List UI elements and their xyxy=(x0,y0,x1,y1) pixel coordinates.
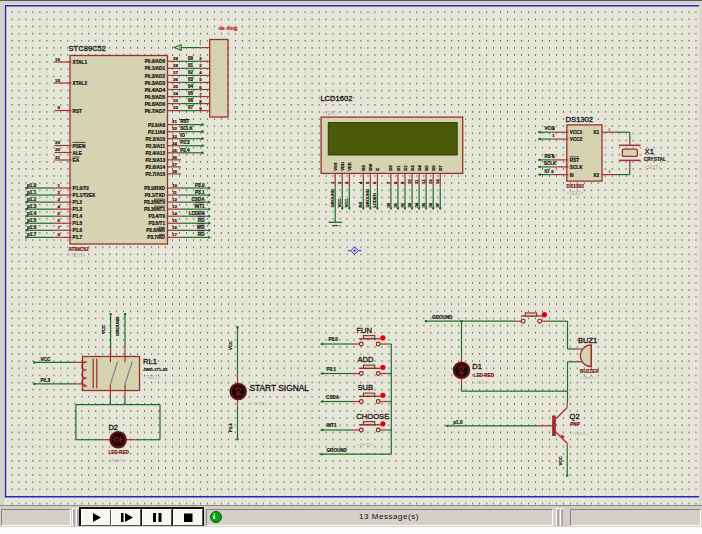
svg-text:19: 19 xyxy=(55,57,60,62)
svg-text:RS: RS xyxy=(358,201,363,207)
svg-text:VEE: VEE xyxy=(347,162,352,171)
svg-text:13: 13 xyxy=(172,204,177,209)
svg-text:P1.5: P1.5 xyxy=(73,221,83,226)
svg-text:D3: D3 xyxy=(410,165,415,171)
svg-text:03: 03 xyxy=(188,77,194,82)
svg-text:LCD1602: LCD1602 xyxy=(320,94,352,103)
svg-text:ALE: ALE xyxy=(73,151,82,156)
svg-text:p1.7: p1.7 xyxy=(27,232,37,237)
svg-text:P0.4/AD4: P0.4/AD4 xyxy=(145,88,166,93)
svg-text:P2.2/A10: P2.2/A10 xyxy=(145,137,165,142)
svg-text:05: 05 xyxy=(188,91,194,96)
svg-text:01: 01 xyxy=(393,202,398,207)
svg-text:RL1: RL1 xyxy=(143,357,157,366)
svg-text:X1: X1 xyxy=(593,130,599,135)
svg-text:P2.7/A15: P2.7/A15 xyxy=(145,172,165,177)
svg-text:P3.7/RD: P3.7/RD xyxy=(147,235,165,240)
svg-text:P3.4/T0: P3.4/T0 xyxy=(149,214,166,219)
svg-text:P3.5/T1: P3.5/T1 xyxy=(149,221,166,226)
svg-text:32: 32 xyxy=(173,105,178,110)
svg-text:RST: RST xyxy=(73,109,83,114)
svg-text:EA: EA xyxy=(73,158,80,163)
svg-text:P2.3: P2.3 xyxy=(180,140,190,145)
svg-text:37: 37 xyxy=(173,70,178,75)
svg-text:P0.3/AD3: P0.3/AD3 xyxy=(145,81,166,86)
svg-text:36: 36 xyxy=(173,77,178,82)
svg-text:10: 10 xyxy=(172,183,177,188)
svg-text:39: 39 xyxy=(173,56,178,61)
svg-text:P1.6: P1.6 xyxy=(73,228,83,233)
svg-text:12: 12 xyxy=(421,179,426,184)
svg-text:RST: RST xyxy=(180,119,189,124)
svg-text:p1.3: p1.3 xyxy=(27,204,37,209)
svg-text:VCC: VCC xyxy=(344,199,349,208)
svg-text:STC89C52: STC89C52 xyxy=(69,44,107,53)
svg-text:SUB: SUB xyxy=(357,383,373,392)
svg-text:14: 14 xyxy=(435,179,440,184)
svg-text:<TEXT>: <TEXT> xyxy=(109,458,126,463)
svg-text:VCC: VCC xyxy=(40,357,51,362)
svg-text:P3.1: P3.1 xyxy=(195,190,205,195)
svg-text:D4: D4 xyxy=(417,165,422,171)
svg-text:RW: RW xyxy=(368,164,373,171)
svg-text:07: 07 xyxy=(435,202,440,207)
svg-text:GROUND: GROUND xyxy=(327,448,348,453)
svg-text:P1.7: P1.7 xyxy=(73,235,83,240)
svg-text:10: 10 xyxy=(407,179,412,184)
svg-text:25: 25 xyxy=(172,148,177,153)
svg-text:VCC2: VCC2 xyxy=(570,137,583,142)
svg-text:35: 35 xyxy=(173,84,178,89)
svg-text:14: 14 xyxy=(172,211,177,216)
svg-text:P3.1: P3.1 xyxy=(327,367,337,372)
svg-text:21: 21 xyxy=(172,119,177,124)
svg-text:DS1302: DS1302 xyxy=(567,184,585,189)
svg-text:<TEXT>: <TEXT> xyxy=(143,375,160,380)
svg-text:X2: X2 xyxy=(593,173,599,178)
svg-text:p1.1: p1.1 xyxy=(27,190,37,195)
svg-text:JWD-171-25: JWD-171-25 xyxy=(143,367,168,372)
svg-text:P1.3: P1.3 xyxy=(73,207,83,212)
svg-text:D5: D5 xyxy=(424,165,429,171)
svg-text:22: 22 xyxy=(172,126,177,131)
svg-text:P1.4: P1.4 xyxy=(73,214,83,219)
svg-text:VCC: VCC xyxy=(228,340,233,350)
svg-text:P2.6/A14: P2.6/A14 xyxy=(145,165,165,170)
svg-text:00: 00 xyxy=(188,56,194,61)
svg-text:P0.0/AD0: P0.0/AD0 xyxy=(145,59,166,64)
svg-text:<TEXT>: <TEXT> xyxy=(580,375,597,380)
svg-text:X1: X1 xyxy=(645,147,654,156)
svg-text:P2.0/A8: P2.0/A8 xyxy=(148,123,165,128)
svg-text:34: 34 xyxy=(173,91,178,96)
svg-text:I0: I0 xyxy=(570,173,574,178)
svg-text:VDD: VDD xyxy=(340,162,345,171)
svg-text:CHOOSE: CHOOSE xyxy=(356,412,389,421)
svg-text:<TEXT>: <TEXT> xyxy=(567,191,584,196)
svg-text:XTAL1: XTAL1 xyxy=(73,60,88,65)
svg-text:28: 28 xyxy=(172,169,177,174)
svg-text:<TEXT>: <TEXT> xyxy=(69,253,86,258)
svg-text:IO: IO xyxy=(180,133,185,138)
svg-text:11: 11 xyxy=(172,190,177,195)
svg-text:RS: RS xyxy=(361,165,366,171)
svg-text:RD: RD xyxy=(198,218,205,223)
svg-text:P3.1/TXD: P3.1/TXD xyxy=(145,193,166,198)
svg-text:CSDA: CSDA xyxy=(191,197,205,202)
svg-text:P2.4: P2.4 xyxy=(180,148,190,153)
svg-text:de sing: de sing xyxy=(219,25,238,31)
svg-text:07: 07 xyxy=(188,105,194,110)
svg-text:GROUND: GROUND xyxy=(432,315,453,320)
svg-text:E: E xyxy=(375,168,380,171)
svg-text:INT1: INT1 xyxy=(195,204,205,209)
svg-text:17: 17 xyxy=(172,232,177,237)
svg-text:VCC: VCC xyxy=(337,199,342,208)
svg-text:VSS: VSS xyxy=(333,162,338,171)
svg-text:p1.0: p1.0 xyxy=(453,420,463,425)
svg-text:ADD: ADD xyxy=(358,355,375,364)
svg-text:P3.0/RXD: P3.0/RXD xyxy=(144,186,165,191)
svg-text:D6: D6 xyxy=(431,165,436,171)
svg-text:CRYSTAL: CRYSTAL xyxy=(644,157,666,162)
svg-text:FUN: FUN xyxy=(356,326,372,335)
svg-text:P3.3/INT1: P3.3/INT1 xyxy=(144,207,165,212)
svg-text:VCC: VCC xyxy=(558,455,563,465)
svg-text:12: 12 xyxy=(172,197,177,202)
